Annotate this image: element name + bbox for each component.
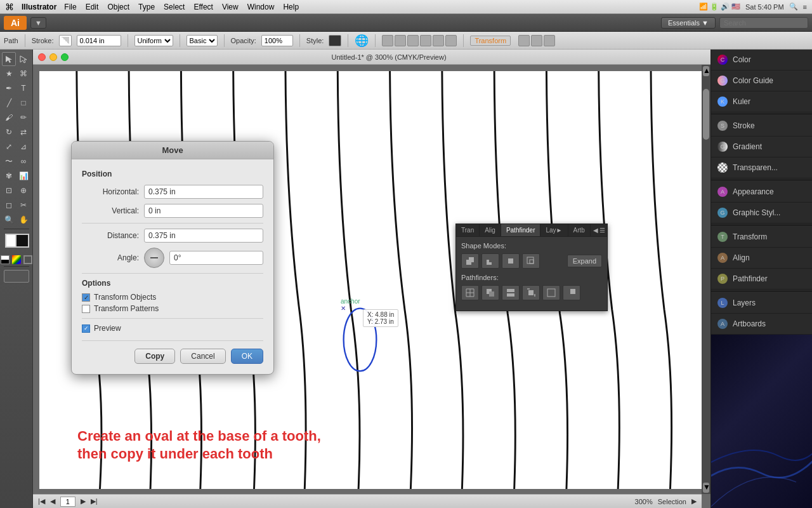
trim-btn[interactable] xyxy=(481,285,499,300)
none-icon[interactable] xyxy=(23,255,32,264)
transform-patterns-checkbox[interactable] xyxy=(82,305,90,313)
scrollbar-vertical[interactable]: ▲ ▼ xyxy=(702,65,710,494)
merge-btn[interactable] xyxy=(502,285,520,300)
panel-item-graphic-style[interactable]: G Graphic Styl... xyxy=(711,203,812,224)
nav-next[interactable]: ▶ xyxy=(81,497,86,505)
nav-first[interactable]: |◀ xyxy=(38,497,45,505)
pen-tool-btn[interactable]: ✒ xyxy=(2,81,16,95)
magic-wand-btn[interactable]: ★ xyxy=(2,67,16,81)
panel-item-stroke[interactable]: S Stroke xyxy=(711,116,812,137)
cancel-button[interactable]: Cancel xyxy=(180,349,225,364)
doc-profile-btn[interactable]: ▼ xyxy=(30,17,46,29)
minus-front-btn[interactable] xyxy=(481,253,499,269)
menu-file[interactable]: File xyxy=(64,3,76,11)
align-btn-6[interactable] xyxy=(445,35,457,46)
brush-select[interactable]: Basic xyxy=(187,35,218,46)
opacity-input[interactable]: 100% xyxy=(261,35,293,46)
warp-tool-btn[interactable]: 〜 xyxy=(2,154,16,168)
pencil-btn[interactable]: ✏ xyxy=(16,110,30,124)
align-btn-4[interactable] xyxy=(420,35,431,46)
style-swatch[interactable] xyxy=(329,35,341,46)
essentials-btn[interactable]: Essentials ▼ xyxy=(661,17,716,29)
type-tool-btn[interactable]: T xyxy=(16,81,30,95)
slice-btn[interactable]: ⊕ xyxy=(16,184,30,197)
horizontal-input[interactable]: 0.375 in xyxy=(144,185,263,199)
selection-tool-btn[interactable] xyxy=(2,52,16,66)
hand-btn[interactable]: ✋ xyxy=(16,213,30,227)
panel-item-color-guide[interactable]: G Color Guide xyxy=(711,70,812,91)
panel-item-kuler[interactable]: K Kuler xyxy=(711,91,812,112)
scale-tool-btn[interactable]: ⤢ xyxy=(2,140,16,154)
divide-btn[interactable] xyxy=(461,285,479,300)
align-btn-1[interactable] xyxy=(382,35,393,46)
minimize-btn[interactable] xyxy=(49,53,57,61)
stroke-color-swatch[interactable] xyxy=(59,35,72,46)
paint-brush-btn[interactable]: 🖌 xyxy=(2,110,16,124)
menu-view[interactable]: View xyxy=(222,3,239,11)
menu-help[interactable]: Help xyxy=(283,3,299,11)
blend-tool-btn[interactable]: ∞ xyxy=(16,154,30,168)
artboard-btn[interactable]: ⊡ xyxy=(2,184,16,197)
graph-btn[interactable]: 📊 xyxy=(16,169,30,183)
reflect-tool-btn[interactable]: ⇄ xyxy=(16,125,30,139)
crop-btn[interactable] xyxy=(522,285,540,300)
line-tool-btn[interactable]: ╱ xyxy=(2,96,16,110)
pfinder-collapse-icon[interactable]: ◀ xyxy=(593,227,598,234)
menu-effect[interactable]: Effect xyxy=(193,3,213,11)
outline-btn[interactable] xyxy=(542,285,560,300)
default-colors-btn[interactable] xyxy=(1,255,10,264)
panel-item-layers[interactable]: L Layers xyxy=(711,293,812,314)
panel-item-gradient[interactable]: G Gradient xyxy=(711,137,812,157)
background-swatch[interactable] xyxy=(15,234,29,248)
color-indicator[interactable] xyxy=(12,255,21,264)
nav-last[interactable]: ▶| xyxy=(91,497,98,505)
align-btn-3[interactable] xyxy=(407,35,419,46)
menu-type[interactable]: Type xyxy=(138,3,155,11)
direct-selection-tool-btn[interactable] xyxy=(16,52,30,66)
scrollbar-top-btn[interactable]: ▲ xyxy=(703,66,709,76)
intersect-btn[interactable] xyxy=(502,253,520,269)
copy-button[interactable]: Copy xyxy=(134,349,175,364)
panel-item-artboards[interactable]: A Artboards xyxy=(711,314,812,335)
expand-btn[interactable]: Expand xyxy=(567,255,602,267)
tab-artboards[interactable]: Artb xyxy=(568,224,591,236)
shear-tool-btn[interactable]: ⊿ xyxy=(16,140,30,154)
panel-item-transform[interactable]: T Transform xyxy=(711,227,812,248)
transform-objects-checkbox[interactable]: ✓ xyxy=(82,293,90,302)
menu-edit[interactable]: Edit xyxy=(86,3,99,11)
menu-select[interactable]: Select xyxy=(164,3,185,11)
distance-input[interactable]: 0.375 in xyxy=(144,229,263,243)
close-btn[interactable] xyxy=(38,53,46,61)
search-input[interactable] xyxy=(719,17,808,29)
canvas-scroll[interactable]: anchor ✕ X: 4.88 in Y: 2.73 in Create an… xyxy=(33,65,710,508)
scrollbar-thumb[interactable] xyxy=(703,89,709,140)
extra-btn-3[interactable] xyxy=(544,35,555,46)
scissors-btn[interactable]: ✂ xyxy=(16,198,30,212)
menu-extras-icon[interactable]: ≡ xyxy=(803,3,807,11)
panel-item-pathfinder[interactable]: P Pathfinder xyxy=(711,269,812,290)
page-input[interactable] xyxy=(60,497,75,507)
panel-item-color[interactable]: C Color xyxy=(711,50,812,70)
search-icon[interactable]: 🔍 xyxy=(789,3,798,11)
extra-btn-2[interactable] xyxy=(531,35,542,46)
extra-btn-1[interactable] xyxy=(518,35,530,46)
eraser-btn[interactable]: ◻ xyxy=(2,198,16,212)
zoom-btn[interactable]: 🔍 xyxy=(2,213,16,227)
pfinder-menu-icon[interactable]: ☰ xyxy=(599,227,605,234)
vertical-input[interactable]: 0 in xyxy=(144,204,263,218)
angle-wheel[interactable] xyxy=(144,248,164,268)
panel-item-align[interactable]: A Align xyxy=(711,248,812,269)
align-btn-2[interactable] xyxy=(395,35,406,46)
exclude-btn[interactable] xyxy=(522,253,540,269)
link-icon[interactable]: 🌐 xyxy=(355,34,369,48)
tab-transform[interactable]: Tran xyxy=(456,224,480,236)
tab-align[interactable]: Alig xyxy=(480,224,501,236)
panel-item-appearance[interactable]: A Appearance xyxy=(711,182,812,203)
unite-btn[interactable] xyxy=(461,253,479,269)
menu-object[interactable]: Object xyxy=(107,3,129,11)
screen-mode-btn[interactable] xyxy=(4,270,29,283)
tab-pathfinder[interactable]: Pathfinder xyxy=(501,224,541,236)
scrollbar-bottom-btn[interactable]: ▼ xyxy=(703,483,709,493)
ok-button[interactable]: OK xyxy=(231,349,263,364)
rotate-tool-btn[interactable]: ↻ xyxy=(2,125,16,139)
